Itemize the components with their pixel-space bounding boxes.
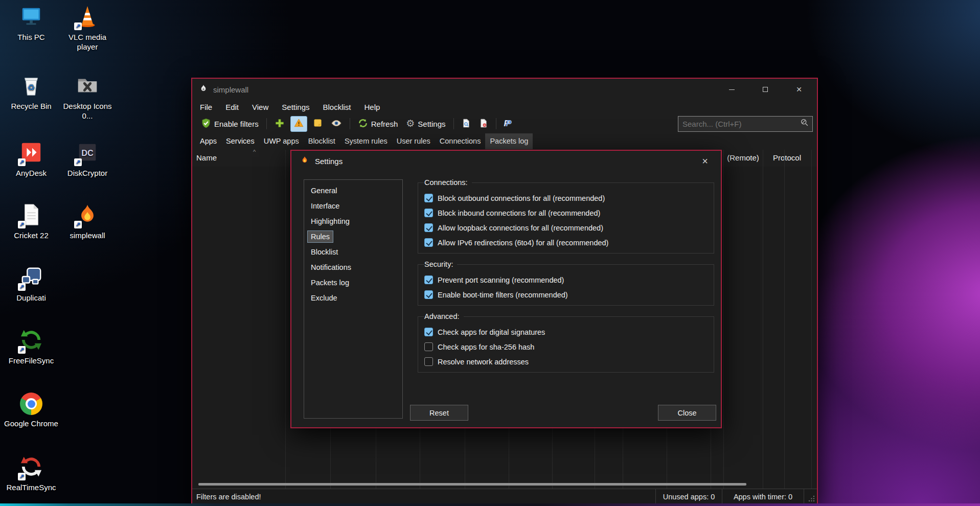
menu-blocklist[interactable]: Blocklist (316, 101, 357, 114)
checkbox-row[interactable]: Check apps for sha-256 hash (424, 339, 708, 354)
settings-label: Settings (418, 120, 445, 128)
desktop-icon-realtimesync[interactable]: ↗ RealTimeSync (4, 455, 58, 492)
settings-button[interactable]: ⚙ Settings (403, 117, 448, 130)
toolbar-separator (350, 118, 350, 129)
checkbox-checked-icon[interactable] (424, 275, 433, 284)
clear-log-button[interactable] (476, 117, 491, 131)
desktop-icon-freefilesync[interactable]: ↗ FreeFileSync (4, 329, 58, 365)
checkbox-row[interactable]: Allow IPv6 redirections (6to4) for all (… (424, 235, 708, 250)
taskbar-sliver (0, 503, 980, 506)
nav-item-rules[interactable]: Rules (304, 229, 402, 244)
checkbox-unchecked-icon[interactable] (424, 342, 433, 351)
desktop-icon-simplewall[interactable]: ↗ simplewall (60, 203, 115, 240)
security-group-label: Security: (424, 260, 457, 268)
tab-packets-log[interactable]: Packets log (485, 133, 533, 149)
menu-view[interactable]: View (245, 101, 275, 114)
nav-item-packets-log[interactable]: Packets log (304, 275, 402, 290)
shortcut-arrow-icon: ↗ (18, 158, 26, 166)
tab-uwp-apps[interactable]: UWP apps (259, 133, 304, 149)
tab-user-rules[interactable]: User rules (392, 133, 435, 149)
nav-item-blocklist[interactable]: Blocklist (304, 244, 402, 260)
enable-filters-label: Enable filters (214, 120, 259, 128)
recycle-bin-icon: ♻ (19, 74, 43, 99)
maximize-button[interactable] (759, 83, 772, 96)
dialog-close-button[interactable]: × (698, 155, 712, 167)
checkbox-row[interactable]: Enable boot-time filters (recommended) (424, 287, 708, 302)
tab-connections[interactable]: Connections (435, 133, 486, 149)
desktop-icon-this-pc[interactable]: This PC (4, 5, 58, 42)
desktop-icon-desktop-icons[interactable]: Desktop Icons 0... (60, 74, 115, 121)
settings-dialog: Settings × General Interface Highlightin… (290, 150, 722, 428)
tab-apps[interactable]: Apps (195, 133, 221, 149)
desktop-icon-cricket-22[interactable]: ↗ Cricket 22 (4, 203, 58, 240)
plus-icon (275, 118, 285, 130)
donate-button[interactable]: P P (502, 117, 516, 130)
desktop-icon-recycle-bin[interactable]: ♻ Recycle Bin (4, 74, 58, 111)
column-name[interactable]: Name (196, 153, 217, 162)
menu-help[interactable]: Help (358, 101, 387, 114)
advanced-group: Advanced: Check apps for digital signatu… (418, 312, 714, 373)
menu-settings[interactable]: Settings (275, 101, 316, 114)
show-hidden-button[interactable] (328, 116, 345, 132)
dialog-title-bar[interactable]: Settings × (291, 151, 721, 171)
checkbox-row[interactable]: Block inbound connections for all (recom… (424, 205, 708, 220)
nav-item-exclude[interactable]: Exclude (304, 290, 402, 306)
checkbox-row[interactable]: Allow loopback connections for all (reco… (424, 220, 708, 235)
menu-file[interactable]: File (193, 101, 219, 114)
desktop-icon-anydesk[interactable]: ↗ AnyDesk (4, 141, 58, 178)
view-log-button[interactable] (459, 117, 473, 131)
checkbox-row[interactable]: Check apps for digital signatures (424, 325, 708, 339)
tab-blocklist[interactable]: Blocklist (304, 133, 340, 149)
nav-item-highlighting[interactable]: Highlighting (304, 214, 402, 229)
close-button[interactable]: × (792, 83, 806, 96)
status-apps-with-timer: Apps with timer: 0 (722, 489, 804, 504)
nav-item-general[interactable]: General (304, 183, 402, 198)
shortcut-arrow-icon: ↗ (74, 158, 82, 166)
tab-services[interactable]: Services (221, 133, 259, 149)
enable-filters-button[interactable]: Enable filters (198, 117, 261, 131)
resize-grip[interactable] (804, 489, 817, 504)
search-box[interactable] (678, 116, 813, 132)
menu-edit[interactable]: Edit (219, 101, 245, 114)
horizontal-scrollbar[interactable] (198, 483, 746, 486)
desktop-icon-label: DiskCryptor (67, 168, 107, 178)
checkbox-checked-icon[interactable] (424, 223, 433, 232)
checkbox-checked-icon[interactable] (424, 328, 433, 336)
column-remote[interactable]: (Remote) (723, 153, 763, 162)
checkbox-row[interactable]: Resolve network addresses (424, 354, 708, 369)
notes-button[interactable] (310, 117, 325, 131)
tab-system-rules[interactable]: System rules (340, 133, 392, 149)
search-input[interactable] (682, 120, 800, 128)
checkbox-row[interactable]: Prevent port scanning (recommended) (424, 272, 708, 287)
desktop-icon-vlc[interactable]: ↗ VLC media player (60, 5, 115, 52)
column-protocol[interactable]: Protocol (763, 153, 811, 162)
show-warnings-button[interactable] (290, 116, 307, 132)
nav-item-notifications[interactable]: Notifications (304, 260, 402, 275)
checkbox-row[interactable]: Block outbound connections for all (reco… (424, 191, 708, 205)
reset-button[interactable]: Reset (410, 405, 468, 421)
refresh-icon (358, 118, 368, 130)
checkbox-checked-icon[interactable] (424, 209, 433, 217)
status-message: Filters are disabled! (192, 493, 261, 501)
refresh-button[interactable]: Refresh (355, 117, 401, 131)
checkbox-label: Block outbound connections for all (reco… (438, 194, 605, 202)
desktop-icon-label: Duplicati (16, 293, 46, 303)
close-dialog-button[interactable]: Close (658, 405, 716, 421)
minimize-button[interactable] (725, 83, 738, 96)
add-rule-button[interactable] (272, 117, 287, 131)
title-bar[interactable]: simplewall × (192, 79, 817, 100)
menu-bar: File Edit View Settings Blocklist Help (192, 100, 817, 114)
close-icon: × (796, 84, 802, 95)
checkbox-checked-icon[interactable] (424, 238, 433, 247)
nav-item-interface[interactable]: Interface (304, 198, 402, 214)
desktop-icon-google-chrome[interactable]: Google Chrome (4, 392, 58, 428)
gear-icon: ⚙ (406, 119, 415, 129)
checkbox-checked-icon[interactable] (424, 194, 433, 202)
eye-icon (331, 118, 342, 130)
shortcut-arrow-icon: ↗ (74, 221, 82, 228)
checkbox-checked-icon[interactable] (424, 290, 433, 299)
desktop-icon-diskcryptor[interactable]: DC ↗ DiskCryptor (60, 141, 115, 178)
checkbox-unchecked-icon[interactable] (424, 357, 433, 366)
desktop-icon-duplicati[interactable]: ↗ Duplicati (4, 266, 58, 303)
desktop-icon-label: FreeFileSync (9, 356, 54, 365)
